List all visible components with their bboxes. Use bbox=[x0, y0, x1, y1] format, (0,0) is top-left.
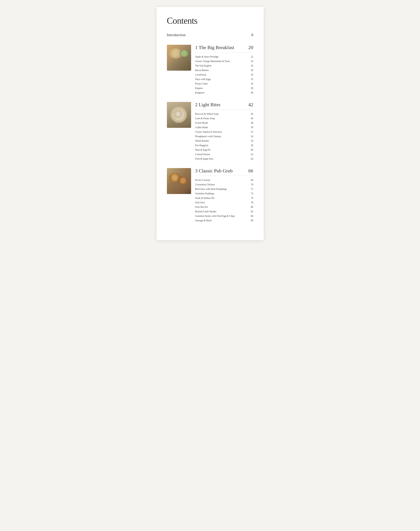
menu-item-name: Classic Sandwich Selection bbox=[195, 131, 222, 133]
menu-item: The Full English26 bbox=[195, 64, 253, 68]
section-header-breakfast: 1 The Big Breakfast20 bbox=[195, 45, 253, 50]
menu-item-page: 86 bbox=[248, 219, 253, 222]
menu-item-page: 48 bbox=[248, 122, 253, 124]
menu-item-page: 38 bbox=[248, 87, 253, 90]
menu-item-name: Kippers bbox=[195, 87, 203, 90]
contents-page: Contents Introduction 8 1 The Big Breakf… bbox=[157, 7, 264, 240]
menu-item-name: Ways with Eggs bbox=[195, 78, 211, 81]
page-title: Contents bbox=[167, 15, 253, 26]
menu-item: Pork Hot Pot80 bbox=[195, 205, 253, 209]
menu-item-page: 28 bbox=[248, 69, 253, 72]
section-image-light-bites bbox=[167, 102, 191, 128]
menu-item-name: Ham & Egg Pie bbox=[195, 148, 210, 151]
menu-item-name: Apple & Spice Porridge bbox=[195, 56, 219, 58]
section-pub-grub: 3 Classic Pub Grub66Prawn Cocktail68Coro… bbox=[167, 168, 253, 223]
menu-item-name: Coronation Chicken bbox=[195, 183, 215, 186]
section-breakfast: 1 The Big Breakfast20Apple & Spice Porri… bbox=[167, 45, 253, 95]
menu-item: Beef Stew with Herb Dumplings72 bbox=[195, 187, 253, 192]
section-title-breakfast: 1 The Big Breakfast bbox=[195, 45, 234, 50]
menu-item-name: Leek & Potato Soup bbox=[195, 117, 215, 120]
section-page-pub-grub: 66 bbox=[248, 168, 253, 174]
menu-item-page: 46 bbox=[248, 117, 253, 120]
menu-item-name: Sausage & Mash bbox=[195, 219, 212, 222]
menu-item-name: The Full English bbox=[195, 64, 211, 67]
intro-label: Introduction bbox=[167, 33, 186, 37]
menu-item-name: Broccoli & Stilton Soup bbox=[195, 113, 219, 115]
menu-item-page: 52 bbox=[248, 131, 253, 133]
section-header-light-bites: 2 Light Bites42 bbox=[195, 102, 253, 107]
image-placeholder-pub-grub bbox=[167, 168, 191, 194]
menu-item-page: 60 bbox=[248, 148, 253, 151]
section-image-breakfast bbox=[167, 45, 191, 71]
menu-item-page: 74 bbox=[248, 192, 253, 195]
menu-item-page: 36 bbox=[248, 82, 253, 85]
section-content-pub-grub: 3 Classic Pub Grub66Prawn Cocktail68Coro… bbox=[195, 168, 253, 223]
menu-item-page: 26 bbox=[248, 64, 253, 67]
menu-item-page: 78 bbox=[248, 201, 253, 204]
menu-item-page: 70 bbox=[248, 183, 253, 186]
menu-item: Ways with Eggs32 bbox=[195, 77, 253, 82]
menu-item-page: 32 bbox=[248, 78, 253, 81]
menu-item-page: 64 bbox=[248, 158, 253, 160]
menu-item-name: Scotch Broth bbox=[195, 122, 208, 124]
intro-row: Introduction 8 bbox=[167, 33, 253, 40]
menu-item-name: Laverbread bbox=[195, 74, 206, 76]
section-content-breakfast: 1 The Big Breakfast20Apple & Spice Porri… bbox=[195, 45, 253, 95]
intro-section: Introduction 8 bbox=[167, 33, 253, 40]
menu-item-page: 76 bbox=[248, 197, 253, 200]
section-divider-breakfast bbox=[195, 52, 253, 53]
image-placeholder-breakfast bbox=[167, 45, 191, 71]
menu-item-page: 44 bbox=[248, 113, 253, 115]
menu-item: Ham & Egg Pie60 bbox=[195, 148, 253, 152]
menu-item: Classic Orange Marmalade & Toast24 bbox=[195, 59, 253, 64]
menu-item-name: Braised Lamb Shanks bbox=[195, 210, 216, 213]
menu-item-name: Prawn Cocktail bbox=[195, 179, 210, 182]
section-header-pub-grub: 3 Classic Pub Grub66 bbox=[195, 168, 253, 174]
menu-item: Pan Haggerty58 bbox=[195, 143, 253, 148]
menu-item: Bacon Butties28 bbox=[195, 68, 253, 73]
menu-item-page: 56 bbox=[248, 140, 253, 142]
section-page-light-bites: 42 bbox=[248, 102, 253, 107]
section-content-light-bites: 2 Light Bites42Broccoli & Stilton Soup44… bbox=[195, 102, 253, 161]
menu-item-name: Beef Stew with Herb Dumplings bbox=[195, 188, 227, 191]
image-placeholder-light-bites bbox=[167, 102, 191, 128]
menu-item-page: 30 bbox=[248, 74, 253, 76]
menu-item: Gammon Steaks with Fried Egg & Chips84 bbox=[195, 214, 253, 218]
menu-item-name: Yorkshire Puddings bbox=[195, 192, 214, 195]
section-title-light-bites: 2 Light Bites bbox=[195, 102, 221, 107]
menu-item-name: Ploughman's with Chutney bbox=[195, 135, 221, 138]
menu-item-page: 58 bbox=[248, 144, 253, 147]
menu-item-name: Pork Hot Pot bbox=[195, 206, 208, 208]
menu-item: Kedgeree40 bbox=[195, 90, 253, 95]
menu-item: Yorkshire Puddings74 bbox=[195, 192, 253, 196]
menu-item: Steak & Kidney Pie76 bbox=[195, 196, 253, 200]
menu-item: Apple & Spice Porridge22 bbox=[195, 55, 253, 59]
section-divider-light-bites bbox=[195, 109, 253, 110]
menu-item-page: 72 bbox=[248, 188, 253, 191]
menu-item: Broccoli & Stilton Soup44 bbox=[195, 112, 253, 116]
menu-item-page: 22 bbox=[248, 56, 253, 58]
menu-item-name: Potato Cakes bbox=[195, 82, 208, 85]
section-page-breakfast: 20 bbox=[248, 45, 253, 50]
menu-item: Braised Lamb Shanks82 bbox=[195, 209, 253, 214]
menu-item-name: Cullen Skink bbox=[195, 126, 208, 129]
menu-item-page: 80 bbox=[248, 206, 253, 208]
intro-page: 8 bbox=[251, 33, 253, 37]
sections-container: 1 The Big Breakfast20Apple & Spice Porri… bbox=[167, 45, 253, 223]
menu-item-page: 40 bbox=[248, 91, 253, 94]
menu-item-page: 84 bbox=[248, 215, 253, 218]
menu-item: Pork & Apple Pies64 bbox=[195, 157, 253, 161]
menu-item-page: 68 bbox=[248, 179, 253, 182]
menu-item: Cornish Pasties62 bbox=[195, 152, 253, 157]
menu-item-name: Gammon Steaks with Fried Egg & Chips bbox=[195, 215, 235, 218]
menu-item-page: 54 bbox=[248, 135, 253, 138]
menu-item-name: Welsh Rarebit bbox=[195, 140, 209, 142]
menu-item-name: Bacon Butties bbox=[195, 69, 209, 72]
menu-item: Leek & Potato Soup46 bbox=[195, 116, 253, 121]
menu-item: Kippers38 bbox=[195, 86, 253, 90]
menu-item: Cullen Skink50 bbox=[195, 125, 253, 130]
menu-item-page: 62 bbox=[248, 153, 253, 156]
menu-item: Classic Sandwich Selection52 bbox=[195, 130, 253, 134]
menu-item-page: 24 bbox=[248, 60, 253, 63]
menu-item-name: Pan Haggerty bbox=[195, 144, 209, 147]
